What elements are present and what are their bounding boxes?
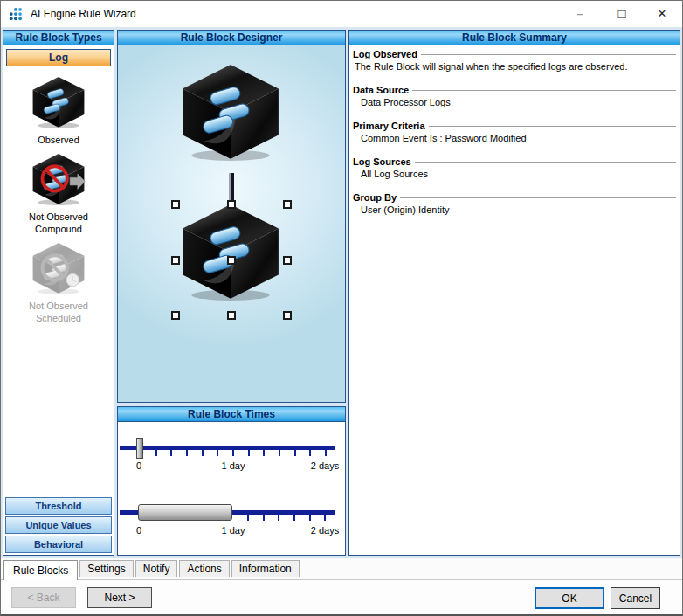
wizard-tab-strip: Rule Blocks Settings Notify Actions Info… bbox=[1, 558, 682, 580]
time-range-bar[interactable] bbox=[138, 504, 232, 521]
maximize-icon[interactable]: □ bbox=[607, 1, 637, 27]
unique-values-category-button[interactable]: Unique Values bbox=[5, 516, 112, 534]
summary-section-log-sources: Log Sources All Log Sources bbox=[353, 156, 676, 179]
type-item-observed[interactable]: Observed bbox=[30, 76, 87, 145]
rule-block-summary-header: Rule Block Summary bbox=[349, 31, 680, 45]
rule-block-times-header: Rule Block Times bbox=[118, 407, 345, 422]
selection-handle-s[interactable] bbox=[227, 311, 236, 320]
type-item-label: Compound bbox=[29, 224, 88, 234]
summary-section-primary-criteria: Primary Criteria Common Event Is : Passw… bbox=[353, 121, 676, 143]
main-content: Rule Block Types Log Observed Not Observ… bbox=[1, 27, 682, 558]
type-item-label: Not Observed bbox=[29, 211, 88, 222]
range-label-0: 0 bbox=[130, 525, 148, 536]
range-label-2days: 2 days bbox=[299, 525, 351, 536]
summary-section-title: Log Sources bbox=[353, 156, 411, 167]
tab-notify[interactable]: Notify bbox=[135, 560, 178, 577]
rule-block-types-panel: Rule Block Types Log Observed Not Observ… bbox=[3, 30, 114, 556]
summary-section-text: The Rule Block will signal when the spec… bbox=[353, 61, 676, 72]
bottom-button-bar: < Back Next > OK Cancel bbox=[1, 580, 682, 616]
rule-block-designer-panel: Rule Block Designer bbox=[117, 30, 346, 403]
slider-label-1day: 1 day bbox=[211, 460, 255, 471]
summary-section-title: Data Source bbox=[353, 85, 409, 95]
rule-block-summary-panel: Rule Block Summary Log Observed The Rule… bbox=[348, 30, 680, 556]
summary-section-text: User (Origin) Identity bbox=[353, 204, 676, 215]
tab-actions[interactable]: Actions bbox=[179, 560, 229, 577]
selection-handle-sw[interactable] bbox=[171, 311, 180, 320]
threshold-category-button[interactable]: Threshold bbox=[5, 497, 112, 515]
minimize-icon[interactable]: – bbox=[565, 1, 595, 27]
selection-handle-n[interactable] bbox=[227, 200, 236, 209]
log-observed-cube-icon bbox=[30, 117, 87, 132]
selection-handle-center[interactable] bbox=[227, 256, 236, 265]
section-divider bbox=[400, 197, 676, 198]
summary-section-log-observed: Log Observed The Rule Block will signal … bbox=[353, 49, 676, 72]
tab-information[interactable]: Information bbox=[231, 560, 300, 577]
time-slider-track[interactable] bbox=[120, 446, 335, 450]
type-item-label: Observed bbox=[30, 135, 87, 145]
close-icon[interactable]: ✕ bbox=[647, 1, 677, 27]
time-slider-thumb[interactable] bbox=[136, 438, 143, 459]
summary-section-group-by: Group By User (Origin) Identity bbox=[353, 192, 676, 215]
section-divider bbox=[421, 54, 676, 55]
rule-block-times-panel: Rule Block Times 0 1 day 2 days 0 1 day … bbox=[117, 406, 346, 556]
summary-body: Log Observed The Rule Block will signal … bbox=[349, 45, 680, 228]
selection-handle-nw[interactable] bbox=[171, 200, 180, 209]
summary-section-title: Primary Criteria bbox=[353, 121, 425, 131]
selection-handle-se[interactable] bbox=[283, 311, 292, 320]
slider-label-2days: 2 days bbox=[299, 460, 351, 471]
rule-block-cube-selected[interactable] bbox=[177, 203, 284, 306]
summary-section-title: Log Observed bbox=[353, 49, 417, 59]
designer-canvas[interactable] bbox=[118, 45, 345, 402]
app-logo-dots-icon bbox=[9, 7, 25, 25]
summary-section-text: All Log Sources bbox=[353, 169, 676, 179]
range-label-1day: 1 day bbox=[211, 525, 255, 536]
type-item-label: Scheduled bbox=[29, 313, 88, 323]
title-bar: AI Engine Rule Wizard – □ ✕ bbox=[1, 1, 682, 27]
section-divider bbox=[412, 90, 676, 91]
log-not-observed-compound-cube-icon bbox=[30, 194, 87, 209]
rule-block-designer-header: Rule Block Designer bbox=[118, 31, 345, 45]
rule-block-cube[interactable] bbox=[177, 63, 284, 166]
next-button[interactable]: Next > bbox=[87, 587, 152, 608]
section-divider bbox=[429, 126, 676, 127]
cancel-button[interactable]: Cancel bbox=[611, 587, 660, 609]
selection-handle-e[interactable] bbox=[283, 256, 292, 265]
category-buttons: Threshold Unique Values Behavioral bbox=[3, 495, 114, 555]
window-title: AI Engine Rule Wizard bbox=[31, 8, 136, 20]
log-category-button[interactable]: Log bbox=[6, 49, 111, 66]
behavioral-category-button[interactable]: Behavioral bbox=[5, 536, 112, 553]
times-body: 0 1 day 2 days 0 1 day 2 days bbox=[118, 422, 345, 555]
summary-section-text: Common Event Is : Password Modified bbox=[353, 133, 676, 143]
back-button[interactable]: < Back bbox=[11, 587, 76, 608]
rule-block-type-list: Observed Not Observed Compound Not bbox=[3, 68, 114, 495]
selection-handle-w[interactable] bbox=[171, 256, 180, 265]
rule-block-types-header: Rule Block Types bbox=[3, 31, 114, 45]
slider-label-0: 0 bbox=[130, 460, 148, 471]
summary-section-title: Group By bbox=[353, 192, 397, 203]
type-item-not-observed-scheduled: Not Observed Scheduled bbox=[29, 242, 88, 323]
type-item-label: Not Observed bbox=[29, 301, 88, 311]
tab-rule-blocks[interactable]: Rule Blocks bbox=[3, 560, 78, 580]
ok-button[interactable]: OK bbox=[535, 587, 604, 609]
summary-section-data-source: Data Source Data Processor Logs bbox=[353, 85, 676, 107]
type-item-not-observed-compound[interactable]: Not Observed Compound bbox=[29, 153, 88, 234]
tab-settings[interactable]: Settings bbox=[79, 560, 133, 577]
selection-handle-ne[interactable] bbox=[283, 200, 292, 209]
summary-section-text: Data Processor Logs bbox=[353, 97, 676, 107]
log-not-observed-scheduled-cube-icon bbox=[30, 283, 87, 298]
section-divider bbox=[415, 162, 676, 163]
designer-column: Rule Block Designer bbox=[117, 30, 346, 556]
ai-engine-rule-wizard-window: AI Engine Rule Wizard – □ ✕ Rule Block T… bbox=[0, 0, 683, 616]
